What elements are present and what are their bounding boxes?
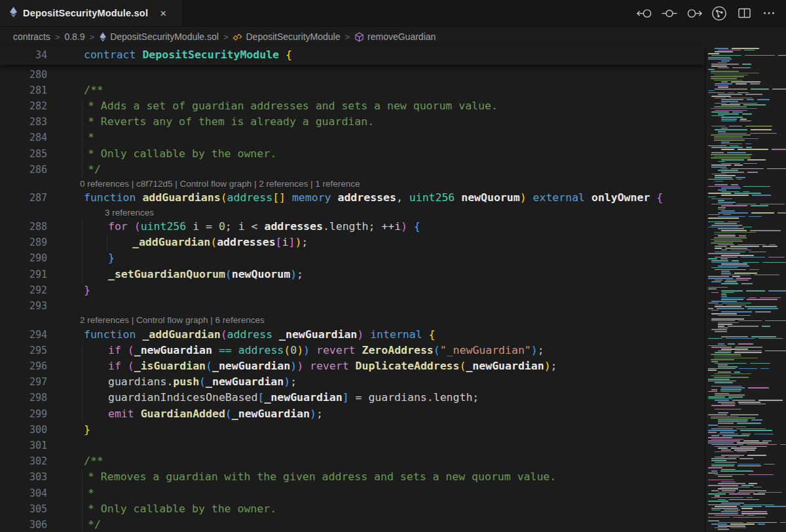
- minimap-token: [721, 482, 736, 483]
- minimap-token: [718, 131, 726, 132]
- minimap-token: [721, 230, 747, 231]
- minimap-line: [711, 510, 740, 511]
- more-actions-icon[interactable]: [761, 5, 777, 21]
- minimap-line: [718, 371, 740, 373]
- minimap-token: [747, 299, 777, 300]
- token: ;: [301, 236, 308, 248]
- minimap-token: [711, 508, 738, 509]
- minimap-line: [711, 405, 735, 406]
- code-line: 305* Only callable by the owner.: [0, 501, 705, 518]
- minimap-token: [738, 244, 766, 246]
- token: {: [286, 48, 292, 61]
- minimap-token: [721, 455, 744, 456]
- minimap-line: [715, 110, 747, 111]
- minimap-line: [718, 67, 751, 69]
- minimap-token: [747, 455, 766, 456]
- code-text: *: [0, 485, 705, 501]
- minimap-token: [722, 303, 751, 304]
- minimap-token: [711, 439, 743, 440]
- minimap-token: [721, 128, 728, 129]
- minimap-line: [708, 398, 732, 400]
- minimap-token: [708, 414, 727, 415]
- minimap-token: [741, 513, 768, 514]
- code-line: 293: [0, 298, 705, 314]
- codelens-links[interactable]: 0 references | c8f712d5 | Control flow g…: [0, 178, 705, 190]
- minimap-line: [721, 128, 728, 129]
- minimap-line: [708, 214, 731, 216]
- minimap-token: [708, 288, 717, 290]
- minimap-line: [718, 216, 762, 218]
- minimap-token: [721, 299, 743, 300]
- codelens-links[interactable]: 2 references | Control flow graph | 6 re…: [0, 314, 705, 326]
- minimap-line: [708, 338, 783, 339]
- minimap-line: [714, 80, 743, 81]
- minimap-line: [708, 480, 734, 481]
- minimap-line: [711, 267, 738, 269]
- minimap-token: [708, 472, 718, 474]
- minimap-line: [718, 324, 732, 325]
- minimap-token: [731, 81, 760, 83]
- minimap-token: [721, 159, 744, 161]
- minimap-token: [721, 487, 750, 488]
- code-text: }: [0, 422, 705, 438]
- code-editor[interactable]: 280281/**282* Adds a set of guardian add…: [0, 0, 705, 532]
- minimap-token: [708, 197, 716, 198]
- split-editor-icon[interactable]: [736, 5, 752, 21]
- minimap-token: [721, 275, 751, 276]
- minimap-token: [711, 320, 735, 322]
- token: ): [295, 236, 301, 248]
- minimap-token: [711, 416, 738, 417]
- minimap-token: [711, 239, 741, 240]
- minimap-token: [711, 267, 738, 269]
- minimap-token: [715, 85, 728, 86]
- code-text: _setGuardianQuorum(newQuorum);: [0, 267, 705, 282]
- minimap-token: [721, 503, 744, 504]
- minimap-token: [718, 200, 724, 201]
- minimap-token: [721, 121, 736, 122]
- minimap-line: [711, 361, 718, 362]
- token: for: [108, 220, 128, 233]
- minimap-line: [715, 129, 772, 130]
- code-line: 303* Removes a guardian with the given a…: [0, 469, 705, 485]
- minimap-token: [721, 210, 735, 212]
- token: [136, 328, 142, 341]
- minimap-line: [714, 234, 735, 235]
- minimap-line: [708, 278, 751, 279]
- token: i =: [193, 220, 219, 233]
- minimap-line: [708, 381, 736, 382]
- minimap-line: [711, 199, 732, 200]
- minimap-line: [711, 134, 751, 136]
- control-flow-graph-icon[interactable]: [711, 5, 727, 21]
- minimap-token: [741, 508, 753, 509]
- minimap-token: [718, 235, 736, 237]
- token: ]: [343, 391, 349, 404]
- code-text: */: [0, 517, 705, 532]
- minimap-token: [738, 464, 760, 465]
- minimap-token: [715, 382, 733, 383]
- minimap-token: [721, 290, 743, 292]
- minimap-line: [708, 440, 772, 442]
- token: ;: [316, 408, 323, 420]
- minimap-line: [711, 242, 733, 244]
- code-line: 287function addGuardians(address[] memor…: [0, 190, 705, 206]
- minimap-token: [760, 204, 785, 205]
- token: *: [88, 131, 94, 143]
- minimap-line: [715, 257, 785, 258]
- minimap-line: [718, 265, 749, 267]
- minimap-token: [708, 430, 737, 431]
- token: ): [284, 375, 290, 388]
- minimap[interactable]: [705, 47, 786, 532]
- minimap-token: [752, 195, 771, 196]
- minimap-token: [711, 174, 726, 175]
- minimap-line: [711, 310, 719, 311]
- minimap-token: [711, 260, 728, 261]
- minimap-token: [732, 260, 739, 261]
- minimap-token: [721, 119, 737, 120]
- codelens-links[interactable]: 3 references: [0, 206, 705, 219]
- token: revert: [316, 344, 356, 356]
- sticky-scroll-line[interactable]: 34 contract DepositSecurityModule {: [0, 47, 705, 65]
- minimap-token: [708, 90, 715, 92]
- minimap-line: [711, 281, 737, 282]
- minimap-line: [715, 103, 757, 104]
- code-line: 289_addGuardian(addresses[i]);: [0, 235, 705, 251]
